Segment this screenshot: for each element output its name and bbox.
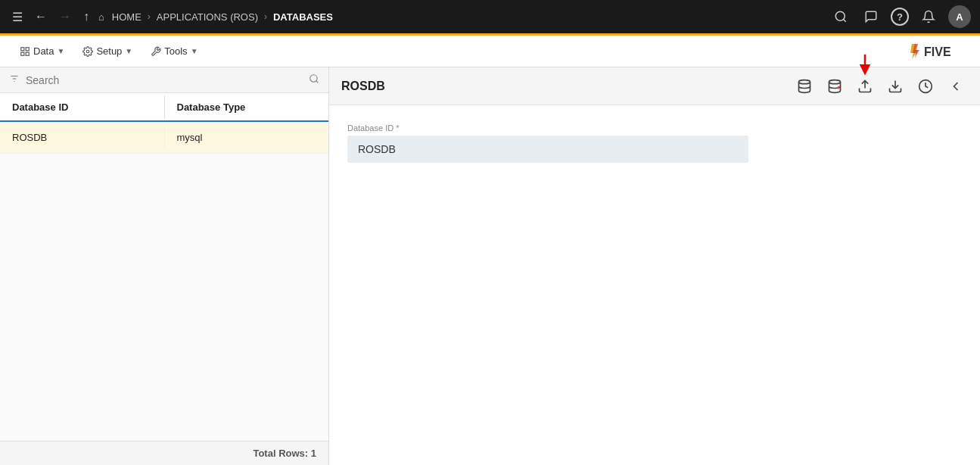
breadcrumb-databases[interactable]: DATABASES bbox=[273, 11, 333, 23]
right-panel: ROSDB bbox=[329, 67, 980, 465]
filter-icon bbox=[9, 73, 20, 86]
breadcrumb-separator-1: › bbox=[148, 11, 151, 22]
home-icon: ⌂ bbox=[98, 11, 104, 23]
search-icon bbox=[309, 73, 319, 86]
breadcrumb-home[interactable]: HOME bbox=[112, 11, 142, 23]
top-nav: ☰ ← → ↑ ⌂ HOME › APPLICATIONS (ROS) › DA… bbox=[0, 0, 980, 33]
svg-text:FIVE: FIVE bbox=[924, 45, 951, 58]
setup-dropdown-arrow: ▼ bbox=[125, 47, 132, 55]
breadcrumb-separator-2: › bbox=[264, 11, 267, 22]
up-button[interactable]: ↑ bbox=[80, 7, 92, 27]
table-footer: Total Rows: 1 bbox=[0, 441, 328, 465]
refresh-icon-btn[interactable] bbox=[823, 74, 847, 98]
col-database-type: Database Type bbox=[165, 95, 329, 119]
chat-icon-btn[interactable] bbox=[860, 6, 882, 27]
forward-button[interactable]: → bbox=[56, 7, 74, 27]
svg-rect-5 bbox=[26, 52, 29, 55]
action-icons bbox=[792, 74, 968, 98]
table-header: Database ID Database Type bbox=[0, 93, 328, 122]
notification-icon-btn[interactable] bbox=[918, 6, 939, 27]
right-header: ROSDB bbox=[329, 67, 980, 105]
main-content: Database ID Database Type ROSDB mysql To… bbox=[0, 67, 980, 465]
tools-dropdown-arrow: ▼ bbox=[191, 47, 198, 55]
download-icon-btn[interactable] bbox=[883, 74, 907, 98]
database-id-input[interactable] bbox=[347, 136, 748, 163]
svg-point-16 bbox=[829, 80, 841, 83]
back-icon-btn[interactable] bbox=[944, 74, 968, 98]
user-avatar[interactable]: A bbox=[948, 5, 971, 28]
five-logo: FIVE bbox=[907, 42, 968, 61]
cell-database-id: ROSDB bbox=[0, 126, 165, 149]
table-body: ROSDB mysql bbox=[0, 122, 328, 441]
svg-line-1 bbox=[843, 19, 845, 21]
main-toolbar: Data ▼ Setup ▼ Tools ▼ FIVE bbox=[0, 36, 980, 67]
database-id-field: Database ID * bbox=[347, 123, 748, 163]
database-icon-btn[interactable] bbox=[792, 74, 817, 98]
setup-menu[interactable]: Setup ▼ bbox=[75, 41, 140, 61]
right-content: Database ID * bbox=[329, 105, 980, 465]
col-database-id: Database ID bbox=[0, 95, 165, 119]
panel-title: ROSDB bbox=[341, 80, 792, 93]
cell-database-type: mysql bbox=[165, 126, 329, 149]
history-icon-btn[interactable] bbox=[913, 74, 938, 98]
svg-point-15 bbox=[799, 80, 810, 83]
database-id-label: Database ID * bbox=[347, 123, 748, 133]
search-bar bbox=[0, 67, 328, 93]
svg-rect-4 bbox=[21, 52, 24, 55]
search-icon-btn[interactable] bbox=[830, 6, 851, 27]
search-input[interactable] bbox=[26, 74, 303, 86]
breadcrumb-applications[interactable]: APPLICATIONS (ROS) bbox=[157, 11, 258, 23]
data-dropdown-arrow: ▼ bbox=[57, 47, 64, 55]
help-icon-btn[interactable]: ? bbox=[891, 8, 909, 26]
table-row[interactable]: ROSDB mysql bbox=[0, 122, 328, 154]
upload-icon-btn[interactable] bbox=[853, 74, 877, 98]
svg-point-6 bbox=[87, 50, 90, 53]
back-button[interactable]: ← bbox=[32, 7, 50, 27]
left-panel: Database ID Database Type ROSDB mysql To… bbox=[0, 67, 329, 465]
svg-rect-3 bbox=[26, 47, 29, 50]
top-nav-right-icons: ? A bbox=[830, 5, 971, 28]
tools-menu[interactable]: Tools ▼ bbox=[143, 41, 205, 61]
svg-point-0 bbox=[835, 11, 845, 20]
svg-point-13 bbox=[310, 75, 317, 82]
svg-rect-2 bbox=[21, 47, 24, 50]
svg-line-14 bbox=[316, 81, 319, 83]
data-menu[interactable]: Data ▼ bbox=[12, 41, 72, 61]
menu-icon[interactable]: ☰ bbox=[9, 7, 26, 27]
